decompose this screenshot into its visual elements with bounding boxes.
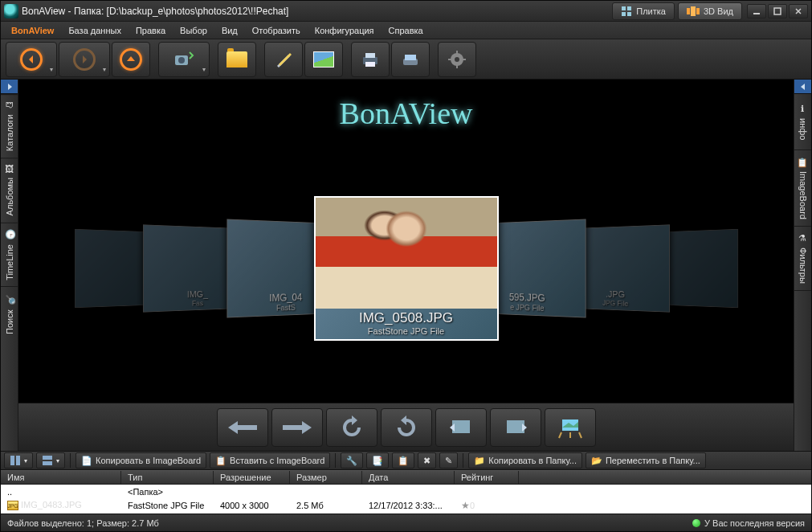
right-sidebar-toggle[interactable] bbox=[794, 80, 811, 94]
gear-icon bbox=[447, 50, 467, 69]
svg-rect-15 bbox=[405, 55, 416, 60]
sidetab-label: Фильтры bbox=[798, 248, 808, 284]
rename-button[interactable]: ✎ bbox=[439, 452, 458, 469]
menu-brand[interactable]: BonAView bbox=[4, 23, 61, 38]
file-list[interactable]: .. <Папка> JPGIMG_0483.JPG FastStone JPG… bbox=[1, 485, 811, 514]
svg-point-17 bbox=[455, 57, 459, 62]
right-sidebar: ℹинфо 📋ImageBoard ⚗Фильтры bbox=[794, 80, 811, 451]
rotate-cw-button[interactable] bbox=[381, 408, 432, 447]
cell-type: FastStone JPG File bbox=[121, 501, 214, 510]
col-type[interactable]: Тип bbox=[121, 471, 214, 484]
svg-rect-0 bbox=[622, 6, 626, 10]
sidetab-catalogs[interactable]: Каталоги🗂 bbox=[1, 94, 18, 158]
view-tab-3d[interactable]: 3D Вид bbox=[678, 2, 742, 20]
sidetab-timeline[interactable]: TimeLine🕘 bbox=[1, 223, 18, 287]
easel-button[interactable] bbox=[545, 408, 596, 447]
photo-preview bbox=[316, 198, 497, 309]
copy-button[interactable]: 📑 bbox=[366, 452, 389, 469]
cell-name: .. bbox=[1, 487, 121, 497]
sidetab-label: Поиск bbox=[5, 310, 14, 334]
paste-button[interactable]: 📋 bbox=[392, 452, 414, 469]
slide-caption: IMG_ bbox=[186, 289, 207, 299]
delete-button[interactable]: ✖ bbox=[418, 452, 436, 469]
sidetab-albums[interactable]: Альбомы🖼 bbox=[1, 158, 18, 222]
rotate-ccw-button[interactable] bbox=[326, 408, 377, 447]
layout-icon bbox=[42, 455, 53, 466]
svg-rect-8 bbox=[774, 8, 781, 14]
chevron-left-icon bbox=[800, 84, 806, 90]
image-tool-button[interactable] bbox=[304, 42, 343, 77]
copy-icon: 📑 bbox=[372, 456, 383, 466]
sidetab-search[interactable]: Поиск🔍 bbox=[1, 286, 18, 342]
carousel-slide-center[interactable]: IMG_0508.JPG FastStone JPG File bbox=[314, 196, 499, 341]
minimize-button[interactable] bbox=[747, 4, 766, 18]
layout-toggle-2[interactable]: ▾ bbox=[36, 452, 65, 469]
open-folder-button[interactable] bbox=[218, 42, 256, 77]
copy-to-folder-button[interactable]: 📁Копировать в Папку... bbox=[468, 452, 582, 469]
svg-rect-1 bbox=[627, 6, 631, 10]
copy-to-imageboard-button[interactable]: 📄Копировать в ImageBoard bbox=[75, 452, 206, 469]
menu-select[interactable]: Выбор bbox=[173, 23, 214, 38]
menu-display[interactable]: Отобразить bbox=[245, 23, 308, 38]
coverflow-stage[interactable]: BonAView IMG_Fas IMG_04FastS IMG_0508.JP… bbox=[18, 80, 794, 403]
left-sidebar-toggle[interactable] bbox=[1, 80, 18, 94]
coverflow-controls bbox=[18, 403, 794, 451]
col-name[interactable]: Имя bbox=[1, 471, 121, 484]
chevron-down-icon: ▾ bbox=[50, 66, 53, 73]
menu-help[interactable]: Справка bbox=[382, 23, 430, 38]
chevron-right-icon bbox=[6, 84, 13, 90]
flip-left-button[interactable] bbox=[435, 408, 487, 447]
col-size[interactable]: Размер bbox=[290, 471, 362, 484]
cell-rating: ★0 bbox=[455, 500, 519, 511]
close-button[interactable] bbox=[789, 4, 808, 18]
update-status-icon bbox=[692, 519, 700, 527]
col-rating[interactable]: Рейтинг bbox=[455, 471, 519, 484]
svg-rect-19 bbox=[456, 65, 458, 68]
chevron-down-icon: ▾ bbox=[202, 66, 206, 73]
edit-button[interactable] bbox=[264, 42, 303, 77]
table-row[interactable]: JPGIMG_0483.JPG FastStone JPG File 4000 … bbox=[1, 498, 811, 512]
next-button[interactable] bbox=[271, 408, 323, 447]
menu-bar: BonAView База данных Правка Выбор Вид От… bbox=[1, 22, 811, 39]
sidetab-imageboard[interactable]: 📋ImageBoard bbox=[794, 150, 811, 227]
view-tab-tile[interactable]: Плитка bbox=[612, 2, 675, 20]
scanner-button[interactable] bbox=[391, 42, 430, 77]
flip-right-button[interactable] bbox=[490, 408, 541, 447]
nav-up-button[interactable] bbox=[112, 42, 150, 77]
carousel: IMG_Fas IMG_04FastS IMG_0508.JPG FastSto… bbox=[18, 176, 794, 361]
search-icon: 🔍 bbox=[4, 296, 14, 306]
import-button[interactable]: ▾ bbox=[158, 42, 210, 77]
col-resolution[interactable]: Разрешение bbox=[214, 471, 290, 484]
sidetab-label: инфо bbox=[798, 118, 808, 140]
button-label: Копировать в ImageBoard bbox=[96, 456, 201, 465]
viewer-panel: BonAView IMG_Fas IMG_04FastS IMG_0508.JP… bbox=[18, 80, 794, 451]
maximize-button[interactable] bbox=[768, 4, 787, 18]
paste-icon: 📋 bbox=[215, 456, 226, 466]
menu-database[interactable]: База данных bbox=[61, 23, 129, 38]
nav-forward-button[interactable]: ▾ bbox=[59, 42, 110, 77]
col-date[interactable]: Дата bbox=[362, 471, 455, 484]
prev-button[interactable] bbox=[217, 408, 268, 447]
delete-icon: ✖ bbox=[423, 456, 430, 466]
menu-view[interactable]: Вид bbox=[214, 23, 245, 38]
sidetab-info[interactable]: ℹинфо bbox=[794, 94, 811, 150]
menu-config[interactable]: Конфигурация bbox=[308, 23, 382, 38]
nav-back-button[interactable]: ▾ bbox=[6, 42, 57, 77]
print-button[interactable] bbox=[351, 42, 390, 77]
jpg-icon: JPG bbox=[7, 501, 18, 510]
menu-edit[interactable]: Правка bbox=[129, 23, 173, 38]
svg-rect-26 bbox=[16, 456, 20, 465]
move-to-folder-button[interactable]: 📂Переместить в Папку... bbox=[586, 452, 706, 469]
tools-button[interactable]: 🔧 bbox=[341, 452, 363, 469]
clock-icon: 🕘 bbox=[4, 230, 14, 240]
paste-from-imageboard-button[interactable]: 📋Вставить с ImageBoard bbox=[210, 452, 330, 469]
copy-icon: 📄 bbox=[81, 456, 92, 466]
slide-subcaption: FastStone JPG File bbox=[368, 326, 444, 336]
settings-button[interactable] bbox=[438, 42, 476, 77]
sidetab-filters[interactable]: ⚗Фильтры bbox=[794, 227, 811, 291]
svg-rect-5 bbox=[691, 6, 696, 16]
table-row[interactable]: .. <Папка> bbox=[1, 485, 811, 498]
cell-name: JPGIMG_0483.JPG bbox=[1, 500, 121, 511]
tree-icon: 🗂 bbox=[5, 101, 14, 110]
layout-toggle-1[interactable]: ▾ bbox=[4, 452, 33, 469]
